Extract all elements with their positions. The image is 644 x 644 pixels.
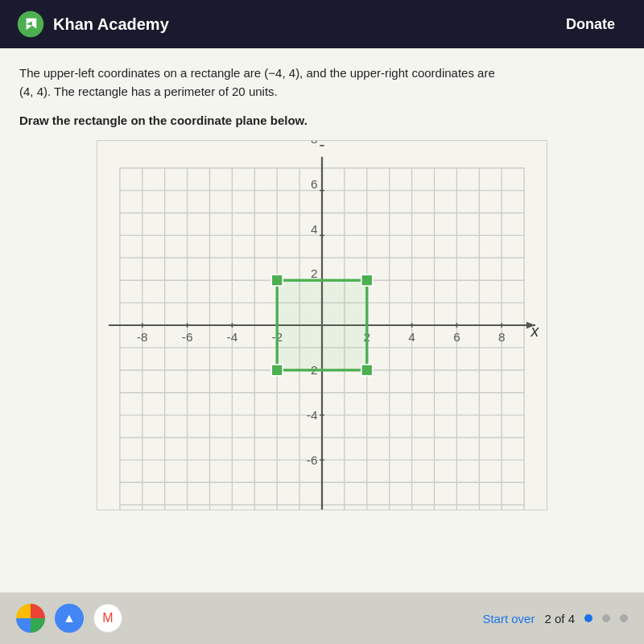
header: Khan Academy Donate (0, 0, 644, 48)
graph-container[interactable]: x y -8 -6 -4 -2 2 4 6 8 (19, 140, 625, 510)
footer: ▲ M Start over 2 of 4 (0, 592, 644, 644)
dot-2 (602, 614, 610, 622)
svg-text:4: 4 (408, 330, 415, 344)
drawn-rectangle (277, 280, 367, 370)
page-indicator: 2 of 4 (544, 612, 575, 625)
svg-point-64 (273, 276, 282, 285)
problem-line2: (4, 4). The rectangle has a perimeter of… (19, 85, 278, 98)
svg-text:-8: -8 (137, 330, 148, 344)
footer-left: ▲ M (16, 604, 122, 633)
svg-text:-6: -6 (182, 330, 193, 344)
svg-point-67 (362, 365, 371, 374)
problem-line1: The upper-left coordinates on a rectangl… (19, 66, 495, 80)
svg-point-66 (273, 365, 282, 374)
start-over-button[interactable]: Start over (482, 612, 535, 625)
app-title: Khan Academy (53, 15, 169, 34)
gmail-icon[interactable]: M (93, 604, 122, 633)
khan-academy-logo (16, 10, 45, 39)
taskbar-icons: ▲ M (16, 604, 122, 633)
svg-text:-4: -4 (227, 330, 238, 344)
svg-point-65 (362, 276, 371, 285)
svg-text:8: 8 (498, 330, 506, 344)
svg-text:6: 6 (453, 330, 460, 344)
svg-text:-4: -4 (307, 408, 318, 422)
svg-text:-6: -6 (307, 453, 318, 467)
google-drive-icon[interactable]: ▲ (55, 604, 84, 633)
chrome-icon[interactable] (16, 604, 45, 633)
problem-description: The upper-left coordinates on a rectangl… (19, 64, 625, 101)
svg-text:4: 4 (311, 222, 318, 236)
instruction-text: Draw the rectangle on the coordinate pla… (19, 114, 625, 127)
main-content: The upper-left coordinates on a rectangl… (0, 48, 644, 644)
dot-3 (620, 614, 628, 622)
footer-right: Start over 2 of 4 (482, 612, 628, 625)
svg-text:8: 8 (311, 140, 318, 146)
header-left: Khan Academy (16, 10, 169, 39)
svg-text:2: 2 (311, 266, 318, 280)
svg-text:6: 6 (311, 177, 318, 191)
donate-button[interactable]: Donate (553, 10, 628, 39)
coordinate-plane[interactable]: x y -8 -6 -4 -2 2 4 6 8 (97, 140, 547, 510)
dot-1 (584, 614, 592, 622)
x-axis-label: x (530, 322, 539, 340)
